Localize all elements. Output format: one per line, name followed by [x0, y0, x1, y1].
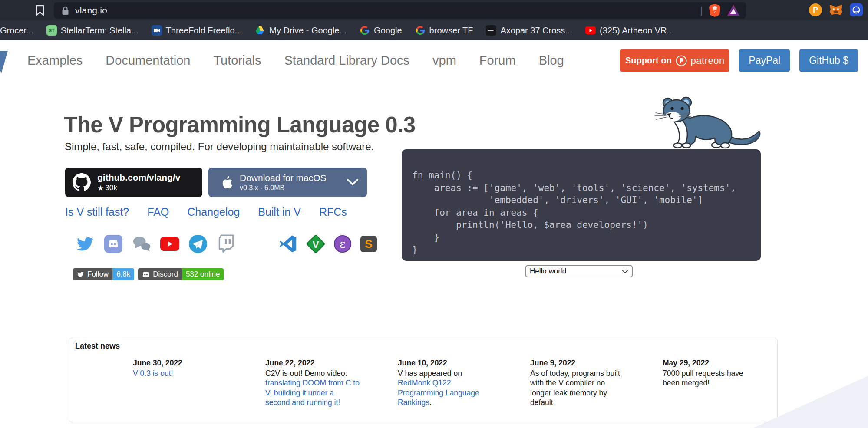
twitter-icon[interactable] [76, 234, 95, 254]
nav-item-forum[interactable]: Forum [479, 53, 516, 68]
sublime-icon[interactable]: S [360, 236, 377, 252]
star-icon: ★ [97, 184, 104, 193]
stellarterm-favicon: ST [46, 25, 57, 36]
bookmark-item[interactable]: ThreeFold Freeflo... [152, 25, 242, 36]
news-item: June 10, 2022 V has appeared on RedMonk … [398, 358, 492, 408]
paypal-button[interactable]: PayPal [739, 49, 790, 72]
news-link[interactable]: V 0.3 is out! [133, 369, 173, 378]
online-count: 532 online [182, 268, 224, 280]
news-item: May 29, 2022 7000 pull requests have bee… [663, 358, 757, 408]
telegram-icon[interactable] [188, 234, 208, 254]
download-button[interactable]: Download for macOS v0.3.x - 6.0MB [208, 168, 367, 197]
youtube-icon[interactable] [160, 234, 179, 254]
news-item: June 9, 2022 As of today, programs built… [530, 358, 625, 408]
discord-icon[interactable] [104, 234, 123, 254]
follow-count: 6.8k [112, 268, 134, 280]
nav-item-stdlib-docs[interactable]: Standard Library Docs [284, 53, 410, 68]
v-logo-icon [0, 51, 8, 73]
news-heading: Latest news [75, 342, 120, 351]
github-repo-label: github.com/vlang/v [97, 172, 180, 183]
code-example-block: fn main() { areas := ['game', 'web', 'to… [402, 149, 761, 261]
nav-buttons: Support on patreon PayPal GitHub $ [620, 49, 858, 72]
twitch-icon[interactable] [217, 234, 236, 254]
url-bar[interactable]: vlang.io | [54, 2, 746, 19]
example-select[interactable]: Hello world [525, 265, 633, 277]
code-line: areas := ['game', 'web', 'tools', 'scien… [412, 182, 761, 194]
news-link[interactable]: translating DOOM from C to V, building i… [265, 379, 360, 407]
vscode-icon[interactable] [278, 234, 297, 254]
extension-wallet-icon[interactable] [850, 3, 863, 16]
download-label: Download for macOS [240, 173, 327, 183]
code-line: for area in areas { [412, 207, 761, 219]
nav-item-blog[interactable]: Blog [539, 53, 564, 68]
badges-row: Follow 6.8k Discord 532 online [73, 268, 224, 280]
nav-item-examples[interactable]: Examples [27, 53, 83, 68]
bookmark-item[interactable]: Grocer... [0, 26, 33, 36]
site-navbar: Examples Documentation Tutorials Standar… [0, 40, 868, 81]
news-date: May 29, 2022 [663, 358, 757, 368]
github-sponsor-button[interactable]: GitHub $ [799, 49, 858, 72]
apple-icon [218, 174, 233, 191]
patreon-button[interactable]: Support on patreon [620, 49, 729, 72]
github-icon [73, 173, 91, 191]
bookmark-item[interactable]: ST StellarTerm: Stella... [46, 25, 139, 36]
chevron-down-icon [622, 270, 628, 273]
url-text: vlang.io [75, 5, 107, 16]
nav-item-tutorials[interactable]: Tutorials [213, 53, 261, 68]
google-favicon [360, 25, 370, 36]
quick-links: Is V still fast? FAQ Changelog Built in … [65, 206, 347, 218]
social-icons-row: V ε S [76, 234, 377, 254]
bookmark-item[interactable]: My Drive - Google... [255, 25, 347, 36]
svg-text:V: V [312, 239, 319, 250]
github-repo-button[interactable]: github.com/vlang/v ★30k [65, 168, 202, 197]
code-line: 'embedded', 'drivers', 'GUI', 'mobile'] [412, 194, 761, 207]
metamask-icon[interactable] [829, 3, 843, 16]
download-version: v0.3.x - 6.0MB [240, 184, 327, 192]
link-rfcs[interactable]: RFCs [319, 206, 347, 218]
nav-item-documentation[interactable]: Documentation [106, 53, 190, 68]
news-date: June 10, 2022 [398, 358, 492, 368]
code-line: println('Hello, $area developers!') [412, 219, 761, 231]
link-built-in-v[interactable]: Built in V [258, 206, 301, 218]
bookmark-item[interactable]: (325) Artheon VR... [585, 25, 674, 36]
bookmarks-bar: Grocer... ST StellarTerm: Stella... Thre… [0, 20, 868, 40]
google-favicon [415, 25, 426, 36]
twitter-follow-badge[interactable]: Follow 6.8k [73, 268, 134, 280]
lock-icon [62, 6, 69, 15]
browser-topbar: vlang.io | P [0, 0, 868, 20]
vim-icon[interactable]: V [307, 235, 325, 253]
chat-icon[interactable] [132, 234, 151, 254]
chevron-down-icon [347, 179, 358, 186]
link-is-v-still-fast[interactable]: Is V still fast? [65, 206, 129, 218]
discord-icon [142, 271, 150, 278]
news-date: June 9, 2022 [530, 358, 625, 368]
code-line: } [412, 231, 761, 244]
brave-shield-icon[interactable] [709, 3, 721, 17]
news-link[interactable]: RedMonk Q122 Programming Language Rankin… [398, 379, 479, 407]
extension-p-icon[interactable]: P [809, 3, 822, 16]
bookmark-item[interactable]: Axopar 37 Cross... [486, 25, 572, 36]
code-line: } [412, 244, 761, 256]
discord-badge[interactable]: Discord 532 online [138, 268, 224, 280]
bookmark-flag-icon[interactable] [35, 5, 45, 16]
link-changelog[interactable]: Changelog [187, 206, 240, 218]
browser-window: vlang.io | P Grocer... ST StellarTerm: S… [0, 0, 868, 428]
bookmark-item[interactable]: Google [360, 25, 402, 36]
bookmark-item[interactable]: browser TF [415, 25, 473, 36]
nav-links: Examples Documentation Tutorials Standar… [27, 53, 564, 68]
example-select-value: Hello world [530, 267, 566, 276]
threefold-favicon [152, 25, 162, 36]
star-count: 30k [105, 184, 117, 192]
link-faq[interactable]: FAQ [147, 206, 169, 218]
nav-item-vpm[interactable]: vpm [432, 53, 456, 68]
google-drive-favicon [255, 25, 265, 36]
news-grid: June 30, 2022 V 0.3 is out! June 22, 202… [133, 358, 795, 408]
news-item: June 30, 2022 V 0.3 is out! [133, 358, 228, 408]
emacs-icon[interactable]: ε [334, 235, 351, 253]
news-date: June 22, 2022 [265, 358, 360, 368]
url-separator: | [700, 5, 703, 16]
bat-triangle-icon[interactable] [727, 4, 740, 16]
extension-tray: P [809, 3, 863, 16]
news-item: June 22, 2022 C2V is out! Demo video: tr… [265, 358, 360, 408]
latest-news-panel: Latest news June 30, 2022 V 0.3 is out! … [69, 338, 778, 422]
